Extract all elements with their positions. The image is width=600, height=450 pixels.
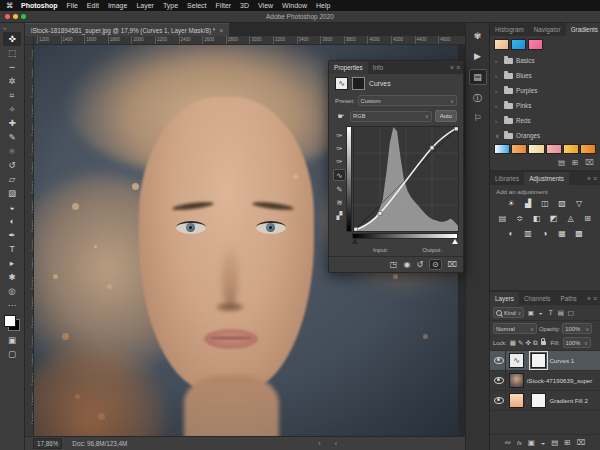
lock-all-icon[interactable] <box>541 341 546 345</box>
quick-mask-button[interactable]: ▣ <box>3 333 21 347</box>
hue-saturation-icon[interactable]: ▤ <box>497 213 509 224</box>
color-balance-icon[interactable]: ≎ <box>514 213 526 224</box>
chevron-right-icon[interactable]: › <box>495 58 501 64</box>
history-brush-tool[interactable]: ↺ <box>3 158 21 172</box>
lock-pixels-icon[interactable]: ✎ <box>518 339 523 347</box>
chevron-right-icon[interactable]: › <box>495 103 501 109</box>
scroll-right-arrow[interactable]: › <box>318 440 320 447</box>
gradient-folder-pinks[interactable]: ›Pinks <box>490 98 600 113</box>
tab-histogram[interactable]: Histogram <box>490 23 529 36</box>
opacity-select[interactable]: 100% ∨ <box>562 323 592 334</box>
vibrance-icon[interactable]: ▽ <box>573 198 585 209</box>
close-tab-icon[interactable]: × <box>219 27 223 34</box>
new-gradient-icon[interactable]: ⊞ <box>572 158 578 167</box>
reset-icon[interactable]: ↺ <box>416 260 423 269</box>
chevron-right-icon[interactable]: › <box>495 118 501 124</box>
lasso-tool[interactable]: ∽ <box>3 60 21 74</box>
pen-tool[interactable]: ✒ <box>3 228 21 242</box>
auto-button[interactable]: Auto <box>435 110 457 122</box>
lock-transparency-icon[interactable]: ▦ <box>510 339 516 347</box>
filter-group-layers-icon[interactable]: ▤ <box>556 309 565 317</box>
color-lookup-icon[interactable]: ⊞ <box>582 213 594 224</box>
delete-adjustment-icon[interactable]: ⌧ <box>448 260 457 269</box>
gradient-swatch-1[interactable] <box>511 144 527 154</box>
layer-row-curves-1[interactable]: ∿:Curves 1 <box>490 351 600 371</box>
toggle-visibility-icon[interactable]: ⊙ <box>429 259 442 270</box>
chevron-right-icon[interactable]: › <box>495 88 501 94</box>
delete-layer-icon[interactable]: ⌧ <box>577 438 586 447</box>
horizontal-ruler[interactable]: 1200140016001800200022002400260028003000… <box>34 36 465 44</box>
black-point-eyedropper-icon[interactable]: ✑ <box>334 130 345 140</box>
blur-tool[interactable]: ◒ <box>3 200 21 214</box>
curves-graph[interactable] <box>353 126 459 232</box>
toolbar-collapse-icon[interactable]: » <box>3 25 6 31</box>
info-panel-icon[interactable]: ⓘ <box>470 91 486 105</box>
menu-edit[interactable]: Edit <box>87 2 99 9</box>
tab-menu-icon[interactable]: » ≡ <box>584 172 600 185</box>
gradient-folder-oranges[interactable]: ∨Oranges <box>490 128 600 143</box>
recent-gradient-peach[interactable] <box>494 39 509 50</box>
selective-color-icon[interactable]: ▩ <box>573 228 585 239</box>
gradient-folder-reds[interactable]: ›Reds <box>490 113 600 128</box>
shadow-input-slider[interactable] <box>352 239 358 244</box>
adjustment-thumbnail[interactable]: ∿ <box>509 353 524 368</box>
vertical-ruler[interactable]: 6008001000120014001600180020002200240026… <box>25 45 34 436</box>
recent-gradient-pink[interactable] <box>528 39 543 50</box>
gradient-swatch-2[interactable] <box>528 144 544 154</box>
new-adjustment-layer-icon[interactable]: ◒ <box>541 438 546 447</box>
layer-visibility-toggle[interactable] <box>493 391 506 410</box>
menu-3d[interactable]: 3D <box>240 2 249 9</box>
previous-state-icon[interactable]: ◉ <box>403 260 410 269</box>
add-layer-mask-icon[interactable]: ▣ <box>528 438 535 447</box>
menu-image[interactable]: Image <box>108 2 127 9</box>
tab-menu-icon[interactable]: » ≡ <box>584 292 600 305</box>
scroll-left-arrow[interactable]: ‹ <box>335 440 337 447</box>
layer-visibility-toggle[interactable] <box>493 371 506 390</box>
black-white-icon[interactable]: ◧ <box>531 213 543 224</box>
invert-icon[interactable]: ◐ <box>505 228 517 239</box>
threshold-icon[interactable]: ◑ <box>539 228 551 239</box>
exposure-icon[interactable]: ▨ <box>556 198 568 209</box>
apple-menu-icon[interactable]: ⌘ <box>6 2 13 10</box>
zoom-level-field[interactable]: 17,86% <box>33 438 62 449</box>
filter-adjustment-layers-icon[interactable]: ◒ <box>536 309 545 317</box>
move-tool[interactable]: ✜ <box>3 32 21 46</box>
edit-points-icon[interactable]: ∿ <box>333 169 346 181</box>
menu-select[interactable]: Select <box>187 2 206 9</box>
zoom-tool[interactable]: ◎ <box>3 284 21 298</box>
new-group-icon[interactable]: ▤ <box>558 158 565 167</box>
fill-select[interactable]: 100% ∨ <box>563 337 591 348</box>
new-group-icon[interactable]: ▤ <box>551 438 558 447</box>
filter-pixel-layers-icon[interactable]: ▣ <box>526 309 535 317</box>
new-layer-icon[interactable]: ⊞ <box>564 438 570 447</box>
menu-window[interactable]: Window <box>282 2 307 9</box>
gradient-swatch-4[interactable] <box>563 144 579 154</box>
smooth-curve-icon[interactable]: ≋ <box>334 197 345 207</box>
marquee-tool[interactable]: ⬚ <box>3 46 21 60</box>
clone-stamp-tool[interactable]: ⌾ <box>3 144 21 158</box>
menu-filter[interactable]: Filter <box>216 2 232 9</box>
levels-icon[interactable]: ▟ <box>522 198 534 209</box>
quick-selection-tool[interactable]: ✲ <box>3 74 21 88</box>
foreground-color-swatch[interactable] <box>4 315 16 327</box>
tab-paths[interactable]: Paths <box>556 292 582 305</box>
gradient-swatch-3[interactable] <box>546 144 562 154</box>
highlight-input-slider[interactable] <box>452 239 458 244</box>
blend-mode-select[interactable]: Normal ∨ <box>493 323 537 334</box>
chevron-down-icon[interactable]: ∨ <box>495 132 501 139</box>
curves-layer-thumbnail[interactable]: ∿ <box>335 77 348 90</box>
menu-type[interactable]: Type <box>163 2 178 9</box>
lock-artboard-icon[interactable]: ⧉ <box>533 339 538 347</box>
layer-filter-kind-select[interactable]: Kind ∨ <box>493 307 524 318</box>
gradient-tool[interactable]: ▨ <box>3 186 21 200</box>
layer-mask-thumbnail[interactable] <box>531 353 546 368</box>
crop-tool[interactable]: ⌗ <box>3 88 21 102</box>
clone-source-panel-icon[interactable]: ⚐ <box>470 111 486 125</box>
menu-layer[interactable]: Layer <box>136 2 154 9</box>
targeted-adjustment-icon[interactable]: ☛ <box>335 112 347 121</box>
photo-filter-icon[interactable]: ◩ <box>548 213 560 224</box>
layer-row-istock-47190639-super[interactable]: iStock-47190639_super <box>490 371 600 391</box>
menu-photoshop[interactable]: Photoshop <box>21 2 58 9</box>
document-tab[interactable]: iStock-181894581_super.jpg @ 17,9% (Curv… <box>25 23 229 36</box>
lock-position-icon[interactable]: ✜ <box>525 339 530 347</box>
